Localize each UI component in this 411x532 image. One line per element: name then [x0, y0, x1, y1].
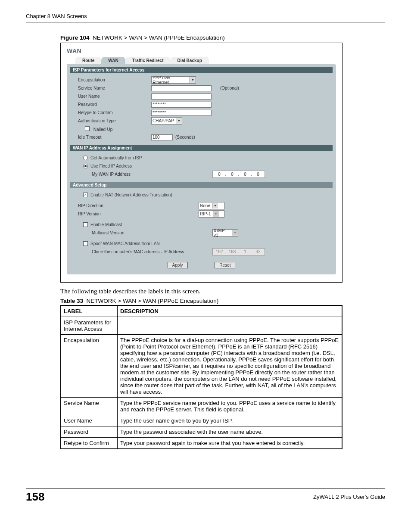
- tabs: Route WAN Traffic Redirect Dial Backup: [67, 57, 336, 64]
- tab-route[interactable]: Route: [75, 57, 101, 64]
- chevron-down-icon: ▼: [190, 77, 196, 83]
- chapter-header: Chapter 8 WAN Screens: [26, 13, 385, 22]
- tab-dial-backup[interactable]: Dial Backup: [171, 57, 209, 64]
- chevron-down-icon: ▼: [212, 203, 218, 208]
- rip-direction-label: RIP Direction: [78, 203, 199, 208]
- enable-nat-checkbox[interactable]: ✓: [83, 193, 88, 197]
- table-row: ISP Parameters for Internet Access: [61, 317, 342, 335]
- chevron-down-icon: ▼: [232, 230, 238, 236]
- use-fixed-label: Use Fixed IP Address: [90, 164, 132, 168]
- enable-multicast-label: Enable Multicast: [90, 222, 122, 227]
- retype-input[interactable]: ********: [151, 110, 212, 116]
- guide-name: ZyWALL 2 Plus User's Guide: [313, 494, 385, 500]
- table-row: Retype to Confirm Type your password aga…: [61, 438, 342, 449]
- spoof-mac-checkbox[interactable]: [83, 241, 88, 246]
- user-name-label: User Name: [78, 94, 151, 99]
- isp-section-header: ISP Parameters for Internet Access: [70, 67, 333, 73]
- password-input[interactable]: ********: [151, 102, 212, 108]
- password-label: Password: [78, 102, 151, 107]
- idle-timeout-unit: (Seconds): [175, 135, 195, 140]
- table-row: User Name Type the user name given to yo…: [61, 415, 342, 426]
- chevron-down-icon: ▼: [213, 211, 219, 217]
- th-label: LABEL: [61, 305, 118, 317]
- rip-version-select[interactable]: RIP-1▼: [199, 210, 224, 218]
- chevron-down-icon: ▼: [176, 118, 182, 124]
- figure-title: NETWORK > WAN > WAN (PPPoE Encapsulation…: [93, 34, 225, 41]
- figure-caption: Figure 104 NETWORK > WAN > WAN (PPPoE En…: [60, 34, 385, 41]
- get-auto-label: Get Automatically from ISP: [90, 156, 142, 160]
- user-name-input[interactable]: [151, 93, 212, 100]
- page-footer: 158 ZyWALL 2 Plus User's Guide: [26, 488, 385, 504]
- form-panel: ISP Parameters for Internet Access Encap…: [67, 64, 336, 274]
- table-label: Table 33: [60, 298, 83, 304]
- table-row: Service Name Type the PPPoE service name…: [61, 398, 342, 415]
- get-auto-radio[interactable]: [83, 156, 88, 160]
- encapsulation-select[interactable]: PPP over Ethernet▼: [151, 76, 196, 84]
- rip-direction-select[interactable]: None▼: [199, 202, 224, 209]
- spoof-mac-label: Spoof WAN MAC Address from LAN: [90, 241, 160, 246]
- use-fixed-radio[interactable]: [83, 164, 88, 168]
- auth-type-label: Authentication Type: [78, 118, 151, 123]
- clone-mac-ip-input[interactable]: 192. 168. 1. 33: [212, 248, 265, 255]
- my-wan-ip-input[interactable]: 0. 0. 0. 0: [212, 171, 265, 178]
- table-row: Password Type the password associated wi…: [61, 426, 342, 438]
- apply-button[interactable]: Apply: [168, 262, 188, 268]
- reset-button[interactable]: Reset: [215, 262, 235, 268]
- nailed-up-row: Nailed-Up: [78, 126, 158, 132]
- clone-mac-label: Clone the computer's MAC address - IP Ad…: [78, 249, 212, 254]
- screenshot-figure: WAN Route WAN Traffic Redirect Dial Back…: [60, 43, 342, 283]
- multicast-version-select[interactable]: IGMP-v1▼: [212, 229, 238, 236]
- wan-ip-section-header: WAN IP Address Assignment: [70, 145, 333, 151]
- retype-label: Retype to Confirm: [78, 110, 151, 115]
- advanced-section-header: Advanced Setup: [70, 182, 333, 188]
- enable-multicast-checkbox[interactable]: [83, 222, 88, 227]
- figure-label: Figure 104: [60, 34, 90, 41]
- nailed-up-label: Nailed-Up: [93, 127, 112, 132]
- service-name-input[interactable]: [151, 85, 212, 91]
- service-name-label: Service Name: [78, 86, 151, 90]
- enable-nat-label: Enable NAT (Network Address Translation): [90, 193, 172, 197]
- page-number: 158: [26, 490, 44, 504]
- description-table: LABEL DESCRIPTION ISP Parameters for Int…: [60, 305, 342, 449]
- tab-traffic-redirect[interactable]: Traffic Redirect: [125, 57, 171, 64]
- encapsulation-label: Encapsulation: [78, 78, 151, 82]
- table-row: Encapsulation The PPPoE choice is for a …: [61, 335, 342, 398]
- idle-timeout-input[interactable]: 100: [151, 134, 173, 140]
- idle-timeout-label: Idle Timeout: [78, 135, 151, 140]
- multicast-version-label: Multicast Version: [78, 230, 212, 235]
- rip-version-label: RIP Version: [78, 212, 199, 216]
- body-text: The following table describes the labels…: [60, 288, 385, 295]
- table-title: NETWORK > WAN > WAN (PPPoE Encapsulation…: [87, 298, 219, 304]
- my-wan-ip-label: My WAN IP Address: [78, 172, 212, 177]
- optional-note: (Optional): [220, 86, 239, 90]
- table-caption: Table 33 NETWORK > WAN > WAN (PPPoE Enca…: [60, 298, 385, 304]
- tab-wan[interactable]: WAN: [101, 57, 125, 64]
- nailed-up-checkbox[interactable]: [85, 126, 90, 131]
- screen-title: WAN: [67, 47, 336, 54]
- auth-type-select[interactable]: CHAP/PAP▼: [151, 117, 182, 124]
- th-description: DESCRIPTION: [118, 305, 342, 317]
